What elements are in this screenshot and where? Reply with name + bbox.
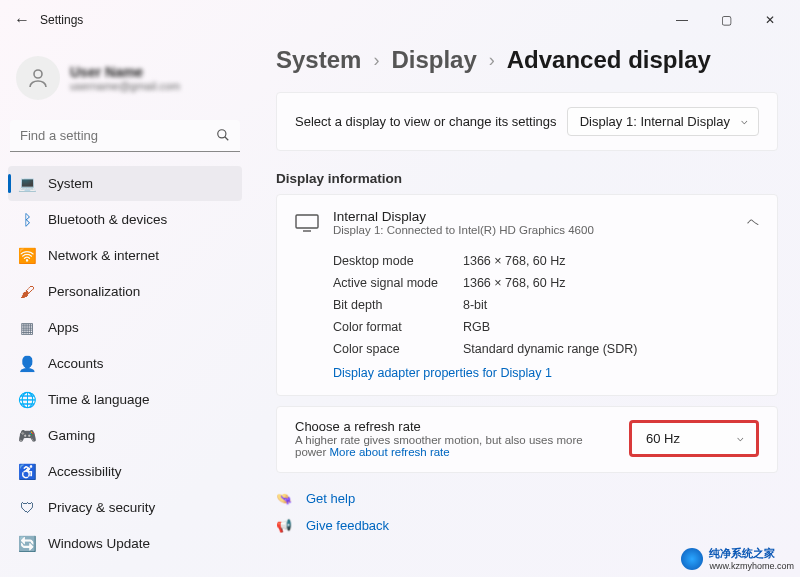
- monitor-icon: [295, 214, 319, 232]
- get-help-link[interactable]: 👒Get help: [276, 491, 778, 506]
- sidebar-item-system[interactable]: 💻System: [8, 166, 242, 201]
- watermark-logo-icon: [681, 548, 703, 570]
- search-input[interactable]: [10, 120, 240, 152]
- back-button[interactable]: ←: [8, 11, 36, 29]
- info-key: Color format: [333, 316, 463, 338]
- nav-icon: 🔄: [18, 535, 36, 553]
- breadcrumb-display[interactable]: Display: [391, 46, 476, 74]
- sidebar-item-time-language[interactable]: 🌐Time & language: [8, 382, 242, 417]
- info-row: Active signal mode1366 × 768, 60 Hz: [333, 272, 759, 294]
- search-box[interactable]: [10, 120, 240, 152]
- nav-label: Apps: [48, 320, 79, 335]
- feedback-icon: 📢: [276, 518, 294, 533]
- avatar: [16, 56, 60, 100]
- sidebar-item-gaming[interactable]: 🎮Gaming: [8, 418, 242, 453]
- info-value: 1366 × 768, 60 Hz: [463, 250, 566, 272]
- profile-email: username@gmail.com: [70, 80, 180, 92]
- sidebar-item-apps[interactable]: ▦Apps: [8, 310, 242, 345]
- search-icon: [216, 128, 230, 146]
- nav-label: Windows Update: [48, 536, 150, 551]
- svg-point-0: [34, 70, 42, 78]
- nav-label: Accounts: [48, 356, 104, 371]
- help-icon: 👒: [276, 491, 294, 506]
- nav-icon: 🛡: [18, 499, 36, 517]
- info-row: Desktop mode1366 × 768, 60 Hz: [333, 250, 759, 272]
- sidebar-item-accounts[interactable]: 👤Accounts: [8, 346, 242, 381]
- profile-block[interactable]: User Name username@gmail.com: [8, 48, 242, 116]
- nav-icon: ᛒ: [18, 211, 36, 229]
- info-value: RGB: [463, 316, 490, 338]
- info-value: 1366 × 768, 60 Hz: [463, 272, 566, 294]
- info-key: Desktop mode: [333, 250, 463, 272]
- info-row: Bit depth8-bit: [333, 294, 759, 316]
- info-value: Standard dynamic range (SDR): [463, 338, 637, 360]
- refresh-rate-title: Choose a refresh rate: [295, 419, 609, 434]
- nav-icon: 🛜: [18, 247, 36, 265]
- nav-label: Privacy & security: [48, 500, 155, 515]
- more-about-refresh-link[interactable]: More about refresh rate: [330, 446, 450, 458]
- collapse-button[interactable]: ヘ: [747, 214, 759, 231]
- watermark: 纯净系统之家 www.kzmyhome.com: [681, 546, 794, 571]
- section-title: Display information: [276, 171, 778, 186]
- nav-label: Gaming: [48, 428, 95, 443]
- nav-label: Time & language: [48, 392, 150, 407]
- nav-icon: 💻: [18, 175, 36, 193]
- svg-point-1: [218, 130, 226, 138]
- refresh-rate-dropdown[interactable]: 60 Hz: [629, 420, 759, 457]
- adapter-properties-link[interactable]: Display adapter properties for Display 1: [333, 366, 552, 380]
- sidebar-item-network-internet[interactable]: 🛜Network & internet: [8, 238, 242, 273]
- breadcrumb-system[interactable]: System: [276, 46, 361, 74]
- breadcrumb: System › Display › Advanced display: [276, 46, 778, 74]
- nav-icon: ♿: [18, 463, 36, 481]
- give-feedback-link[interactable]: 📢Give feedback: [276, 518, 778, 533]
- window-title: Settings: [40, 13, 83, 27]
- chevron-right-icon: ›: [489, 50, 495, 71]
- info-row: Color spaceStandard dynamic range (SDR): [333, 338, 759, 360]
- info-value: 8-bit: [463, 294, 487, 316]
- sidebar-item-accessibility[interactable]: ♿Accessibility: [8, 454, 242, 489]
- info-key: Active signal mode: [333, 272, 463, 294]
- nav-icon: 🎮: [18, 427, 36, 445]
- maximize-button[interactable]: ▢: [704, 5, 748, 35]
- sidebar-item-bluetooth-devices[interactable]: ᛒBluetooth & devices: [8, 202, 242, 237]
- info-key: Color space: [333, 338, 463, 360]
- minimize-button[interactable]: —: [660, 5, 704, 35]
- display-name: Internal Display: [333, 209, 733, 224]
- nav-label: Network & internet: [48, 248, 159, 263]
- nav-label: Bluetooth & devices: [48, 212, 167, 227]
- display-subtitle: Display 1: Connected to Intel(R) HD Grap…: [333, 224, 733, 236]
- breadcrumb-current: Advanced display: [507, 46, 711, 74]
- display-selector-label: Select a display to view or change its s…: [295, 114, 557, 129]
- nav-icon: 👤: [18, 355, 36, 373]
- nav-label: Accessibility: [48, 464, 122, 479]
- svg-line-2: [225, 137, 229, 141]
- svg-rect-3: [296, 215, 318, 228]
- sidebar-item-windows-update[interactable]: 🔄Windows Update: [8, 526, 242, 561]
- nav-icon: 🖌: [18, 283, 36, 301]
- chevron-right-icon: ›: [373, 50, 379, 71]
- sidebar-item-personalization[interactable]: 🖌Personalization: [8, 274, 242, 309]
- close-button[interactable]: ✕: [748, 5, 792, 35]
- display-selector-dropdown[interactable]: Display 1: Internal Display: [567, 107, 759, 136]
- sidebar-item-privacy-security[interactable]: 🛡Privacy & security: [8, 490, 242, 525]
- nav-label: Personalization: [48, 284, 140, 299]
- refresh-rate-subtitle: A higher rate gives smoother motion, but…: [295, 434, 609, 458]
- info-key: Bit depth: [333, 294, 463, 316]
- info-row: Color formatRGB: [333, 316, 759, 338]
- nav-icon: ▦: [18, 319, 36, 337]
- profile-name: User Name: [70, 64, 180, 80]
- nav-icon: 🌐: [18, 391, 36, 409]
- nav-label: System: [48, 176, 93, 191]
